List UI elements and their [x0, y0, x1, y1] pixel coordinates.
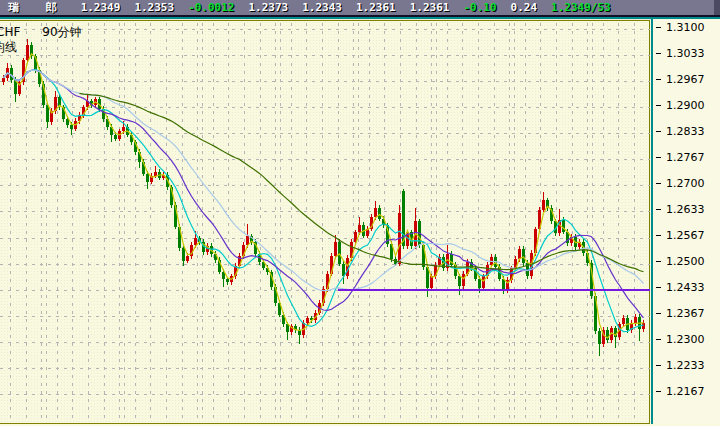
candles-layer: [2, 39, 645, 356]
y-axis-tick-label: 1.2967: [666, 73, 705, 86]
tick-mark: [656, 391, 661, 392]
tick-mark: [656, 157, 661, 158]
price-axis: 1.31001.30331.29671.29001.28331.27671.27…: [653, 19, 720, 426]
y-axis-tick-label: 1.2567: [666, 229, 705, 242]
tick-mark: [656, 365, 661, 366]
y-axis-tick-label: 1.2233: [666, 359, 705, 372]
tick-mark: [656, 339, 661, 340]
tick-mark: [656, 287, 661, 288]
y-axis-tick: 1.2633: [653, 203, 720, 215]
quote-value: -0.10: [463, 1, 496, 14]
tick-mark: [656, 209, 661, 210]
y-axis-tick-label: 1.2367: [666, 307, 705, 320]
y-axis-tick: 1.2767: [653, 151, 720, 163]
y-axis-tick-label: 1.2700: [666, 177, 705, 190]
y-axis-tick: 1.2367: [653, 308, 720, 320]
y-axis-tick-label: 1.2500: [666, 255, 705, 268]
y-axis-tick-label: 1.2300: [666, 333, 705, 346]
y-axis-tick: 1.2500: [653, 256, 720, 268]
y-axis-tick: 1.3100: [653, 21, 720, 33]
quote-value: 0.24: [511, 1, 538, 14]
tick-mark: [656, 313, 661, 314]
quote-value: 1.2349/53: [551, 1, 611, 14]
instrument-label: CHF: [0, 25, 20, 39]
y-axis-tick-label: 1.2433: [666, 281, 705, 294]
chart-title: CHF90分钟: [0, 25, 82, 39]
quote-value: 1.2361: [356, 1, 396, 14]
quote-values: 1.23491.2353-0.00121.23731.23431.23611.2…: [81, 1, 625, 14]
y-axis-tick-label: 1.2833: [666, 125, 705, 138]
quote-bar-end-cap: [714, 0, 720, 15]
y-axis-tick: 1.2967: [653, 73, 720, 85]
tick-mark: [656, 183, 661, 184]
y-axis-tick: 1.2567: [653, 230, 720, 242]
tick-mark: [656, 261, 661, 262]
long-ma-green: [80, 93, 644, 271]
quote-value: -0.0012: [188, 1, 234, 14]
y-axis-tick-label: 1.2167: [666, 385, 705, 398]
quote-value: 1.2373: [248, 1, 288, 14]
trading-app-window: 瑞 郎 1.23491.2353-0.00121.23731.23431.236…: [0, 0, 720, 426]
tick-mark: [656, 79, 661, 80]
y-axis-tick-label: 1.3100: [666, 21, 705, 34]
chart-panel[interactable]: CHF90分钟 均线: [0, 20, 650, 424]
moving-average-label: 均线: [0, 39, 17, 56]
quote-bar: 瑞 郎 1.23491.2353-0.00121.23731.23431.236…: [0, 0, 714, 15]
y-axis-tick: 1.2233: [653, 360, 720, 372]
tick-mark: [656, 131, 661, 132]
quote-value: 1.2349: [81, 1, 121, 14]
y-axis-tick: 1.2433: [653, 282, 720, 294]
tick-mark: [656, 53, 661, 54]
y-axis-tick-label: 1.2900: [666, 99, 705, 112]
y-axis-tick-label: 1.3033: [666, 47, 705, 60]
quote-value: 1.2343: [302, 1, 342, 14]
y-axis-tick: 1.2700: [653, 177, 720, 189]
y-axis-tick-label: 1.2767: [666, 151, 705, 164]
symbol-name: 瑞 郎: [8, 0, 67, 15]
tick-mark: [656, 27, 661, 28]
quote-value: 1.2361: [410, 1, 450, 14]
y-axis-tick-label: 1.2633: [666, 203, 705, 216]
quote-value: 1.2353: [134, 1, 174, 14]
timeframe-label: 90分钟: [42, 25, 81, 39]
price-chart[interactable]: [0, 21, 650, 425]
y-axis-tick: 1.2167: [653, 386, 720, 398]
grid-layer: [0, 23, 650, 423]
y-axis-tick: 1.3033: [653, 47, 720, 59]
y-axis-tick: 1.2900: [653, 99, 720, 111]
tick-mark: [656, 235, 661, 236]
y-axis-tick: 1.2300: [653, 334, 720, 346]
tick-mark: [656, 105, 661, 106]
y-axis-tick: 1.2833: [653, 125, 720, 137]
